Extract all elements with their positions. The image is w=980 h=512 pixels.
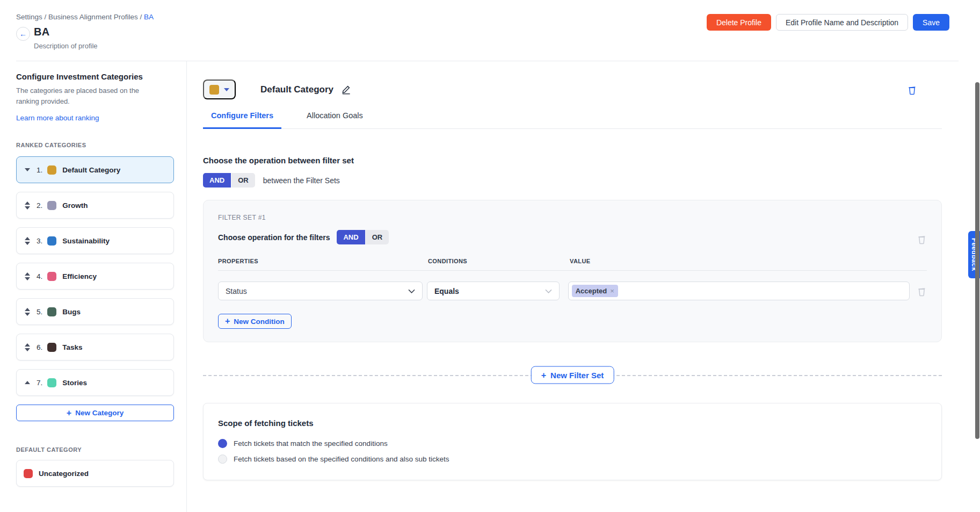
profile-description: Description of profile [34,42,98,50]
and-toggle-option[interactable]: AND [337,230,365,244]
category-title: Default Category [260,84,333,95]
scope-option-match-conditions[interactable]: Fetch tickets that match the specified c… [218,439,927,448]
new-category-label: New Category [75,409,124,417]
move-down-icon[interactable] [25,206,30,210]
reorder-arrows [23,308,32,316]
move-up-icon[interactable] [25,272,30,276]
new-filter-set-button[interactable]: + New Filter Set [531,366,614,384]
filter-operation-heading: Choose the operation between filter set [203,156,942,165]
category-color-dot [47,236,56,246]
breadcrumb-separator: / [140,13,142,21]
move-down-icon[interactable] [25,168,30,171]
reorder-arrows [23,272,32,280]
filters-and-or-toggle: AND OR [337,230,389,244]
delete-condition-button[interactable] [917,286,927,297]
reorder-arrows [23,237,32,245]
learn-more-link[interactable]: Learn more about ranking [16,114,99,122]
arrow-left-icon: ← [19,30,27,38]
move-up-icon[interactable] [25,237,30,240]
category-color-dot [47,343,56,352]
delete-profile-button[interactable]: Delete Profile [707,14,771,31]
category-rank: 3. [37,237,42,245]
trash-icon [917,234,927,244]
delete-category-button[interactable] [907,84,917,95]
color-swatch [209,85,219,95]
move-down-icon[interactable] [25,277,30,280]
value-tag-label: Accepted [576,287,607,295]
conditions-column-header: CONDITIONS [428,258,570,264]
plus-icon: + [67,409,71,417]
category-item-growth[interactable]: 2. Growth [16,192,174,219]
sidebar-subtitle: The categories are placed based on the r… [16,85,145,106]
move-down-icon[interactable] [25,242,30,245]
back-button[interactable]: ← [16,27,30,41]
category-color-dot [47,307,56,316]
condition-select[interactable]: Equals [427,282,560,300]
move-up-icon[interactable] [25,343,30,347]
category-item-bugs[interactable]: 5. Bugs [16,298,174,325]
category-item-default-category[interactable]: 1. Default Category [16,156,174,183]
radio-selected-icon[interactable] [218,439,227,448]
scope-card: Scope of fetching tickets Fetch tickets … [203,403,942,480]
category-color-dot [47,378,56,387]
new-filter-set-label: New Filter Set [550,371,604,380]
condition-column-headers: PROPERTIES CONDITIONS VALUE [218,258,927,264]
scope-heading: Scope of fetching tickets [218,419,927,428]
main-panel: Default Category Configure Filters Alloc… [186,61,980,512]
new-condition-label: New Condition [234,318,285,326]
tab-bar: Configure Filters Allocation Goals [203,111,942,129]
move-up-icon[interactable] [25,381,30,384]
delete-filter-set-button[interactable] [917,234,927,244]
breadcrumb-settings[interactable]: Settings [16,13,42,21]
category-label: Sustainability [62,237,110,245]
category-item-uncategorized[interactable]: Uncategorized [16,460,174,487]
breadcrumb-current[interactable]: BA [144,13,154,21]
color-swatch-dropdown[interactable] [203,80,236,99]
category-item-sustainability[interactable]: 3. Sustainability [16,227,174,254]
chevron-down-icon [224,88,229,91]
new-filter-set-divider: + New Filter Set [203,366,942,384]
sidebar-title: Configure Investment Categories [16,72,174,81]
trash-icon [917,286,927,297]
property-select[interactable]: Status [218,282,423,300]
category-label: Default Category [62,166,120,174]
ranked-categories-caption: RANKED CATEGORIES [16,142,174,148]
reorder-arrows [23,381,32,384]
value-input[interactable]: Accepted × [568,282,910,300]
chevron-down-icon [408,289,415,293]
condition-select-value: Equals [434,287,459,295]
move-up-icon[interactable] [25,201,30,205]
properties-column-header: PROPERTIES [218,258,428,264]
or-toggle-option[interactable]: OR [231,173,255,188]
new-category-button[interactable]: + New Category [16,405,174,421]
radio-unselected-icon[interactable] [218,455,227,464]
and-toggle-option[interactable]: AND [203,173,231,188]
edit-category-name-button[interactable] [341,84,351,95]
filter-set-title: FILTER SET #1 [218,214,927,221]
new-condition-button[interactable]: + New Condition [218,314,292,329]
category-label: Tasks [62,343,82,351]
move-down-icon[interactable] [25,348,30,351]
category-color-dot [47,272,56,281]
category-item-efficiency[interactable]: 4. Efficiency [16,263,174,290]
edit-profile-button[interactable]: Edit Profile Name and Description [776,14,908,31]
value-column-header: VALUE [570,258,927,264]
category-rank: 1. [37,166,42,174]
category-item-stories[interactable]: 7. Stories [16,369,174,396]
filter-set-and-or-toggle: AND OR [203,173,255,188]
move-down-icon[interactable] [25,313,30,316]
remove-tag-icon[interactable]: × [610,287,614,295]
ranked-category-list: 1. Default Category 2. Growth 3. Sustain… [16,156,174,396]
save-button[interactable]: Save [913,14,949,31]
vertical-scrollbar[interactable] [975,82,979,439]
scope-option-include-sub-tickets[interactable]: Fetch tickets based on the specified con… [218,455,927,464]
breadcrumb-section[interactable]: Business Alignment Profiles [48,13,138,21]
category-label: Efficiency [62,272,97,280]
property-select-value: Status [226,287,247,295]
trash-icon [907,84,917,95]
or-toggle-option[interactable]: OR [366,230,389,244]
move-up-icon[interactable] [25,308,30,311]
tab-configure-filters[interactable]: Configure Filters [203,111,281,129]
category-item-tasks[interactable]: 6. Tasks [16,334,174,360]
tab-allocation-goals[interactable]: Allocation Goals [299,111,371,128]
